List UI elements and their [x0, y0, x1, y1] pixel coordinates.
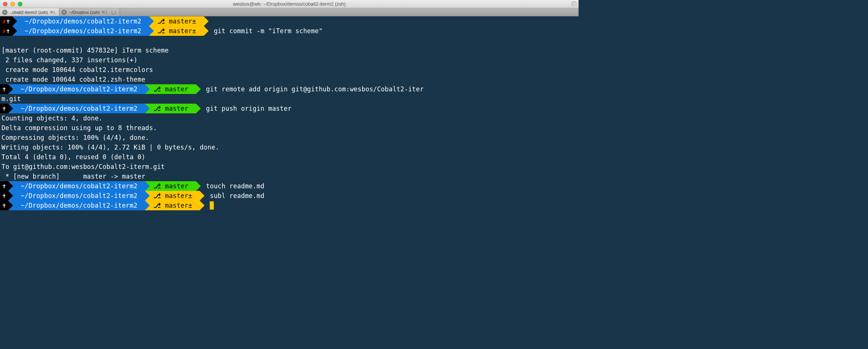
- tab-label: ~/Dropbox (zsh): [69, 10, 99, 15]
- tab-shortcut: ⌘2: [102, 10, 107, 14]
- status-segment: ✗ ✝: [0, 16, 12, 26]
- status-segment: ✝: [0, 104, 8, 113]
- branch-segment: ⎇ master: [150, 181, 196, 191]
- command-text: git remote add origin git@github.com:wes…: [201, 84, 424, 94]
- cross-icon: ✝: [2, 191, 6, 201]
- command-text: touch readme.md: [201, 181, 264, 191]
- tabbar: ✕ ..obalt2-iterm2 (zsh) ⌘1 ✕ ~/Dropbox (…: [0, 8, 579, 16]
- status-segment: ✝: [0, 84, 8, 94]
- x-icon: ✗: [2, 16, 6, 26]
- output-line: Writing objects: 100% (4/4), 2.72 KiB | …: [0, 142, 579, 152]
- output-line: [0, 36, 579, 45]
- separator-icon: [145, 191, 150, 201]
- separator-icon: [12, 26, 17, 36]
- output-line: Counting objects: 4, done.: [0, 113, 579, 123]
- cursor: [210, 201, 214, 210]
- path-segment: ~/Dropbox/demos/cobalt2-iterm2: [17, 26, 149, 36]
- branch-icon: ⎇: [153, 84, 161, 94]
- separator-icon: [200, 201, 205, 210]
- prompt-row: ✗ ✝ ~/Dropbox/demos/cobalt2-iterm2 ⎇ mas…: [0, 26, 579, 36]
- separator-icon: [204, 26, 209, 36]
- separator-icon: [145, 104, 150, 113]
- output-line: 2 files changed, 337 insertions(+): [0, 55, 579, 65]
- branch-segment: ⎇ master±: [150, 191, 200, 201]
- command-text: git push origin master: [201, 104, 292, 113]
- output-text: To git@github.com:wesbos/Cobalt2-iterm.g…: [0, 162, 165, 172]
- cross-icon: ✝: [2, 104, 6, 113]
- output-text: Counting objects: 4, done.: [0, 113, 102, 123]
- separator-icon: [145, 201, 150, 210]
- status-segment: ✝: [0, 191, 8, 201]
- output-line: m.git: [0, 94, 579, 104]
- output-text: 2 files changed, 337 insertions(+): [0, 55, 137, 65]
- prompt-row: ✝ ~/Dropbox/demos/cobalt2-iterm2 ⎇ maste…: [0, 84, 579, 94]
- path-segment: ~/Dropbox/demos/cobalt2-iterm2: [13, 181, 145, 191]
- maximize-icon[interactable]: [572, 1, 576, 6]
- branch-icon: ⎇: [158, 16, 165, 26]
- command-text: [209, 16, 214, 26]
- output-line: To git@github.com:wesbos/Cobalt2-iterm.g…: [0, 162, 579, 172]
- separator-icon: [145, 84, 150, 94]
- tab-close-icon[interactable]: ✕: [2, 10, 7, 15]
- path-segment: ~/Dropbox/demos/cobalt2-iterm2: [13, 201, 145, 210]
- titlebar: wesbos@wb: ~/Dropbox/demos/cobalt2-iterm…: [0, 0, 579, 8]
- status-segment: ✝: [0, 201, 8, 210]
- path-segment: ~/Dropbox/demos/cobalt2-iterm2: [13, 191, 145, 201]
- separator-icon: [12, 16, 17, 26]
- path-segment: ~/Dropbox/demos/cobalt2-iterm2: [17, 16, 149, 26]
- x-icon: ✗: [2, 26, 6, 36]
- tab-close-icon[interactable]: ✕: [61, 10, 67, 15]
- output-text: Writing objects: 100% (4/4), 2.72 KiB | …: [0, 142, 219, 152]
- output-text: [master (root-commit) 457832e] iTerm sch…: [0, 45, 169, 55]
- tab-1[interactable]: ✕ ..obalt2-iterm2 (zsh) ⌘1: [0, 8, 59, 16]
- branch-icon: ⎇: [158, 26, 165, 36]
- terminal-output[interactable]: ✗ ✝ ~/Dropbox/demos/cobalt2-iterm2 ⎇ mas…: [0, 16, 579, 210]
- separator-icon: [8, 84, 13, 94]
- prompt-row: ✗ ✝ ~/Dropbox/demos/cobalt2-iterm2 ⎇ mas…: [0, 16, 579, 26]
- branch-segment: ⎇ master: [150, 84, 196, 94]
- output-line: create mode 100644 cobalt2.itermcolors: [0, 65, 579, 75]
- separator-icon: [196, 181, 201, 191]
- separator-icon: [196, 104, 201, 113]
- cross-icon: ✝: [6, 26, 10, 36]
- path-segment: ~/Dropbox/demos/cobalt2-iterm2: [13, 84, 145, 94]
- separator-icon: [8, 104, 13, 113]
- output-line: Delta compression using up to 8 threads.: [0, 123, 579, 133]
- command-text: subl readme.md: [205, 191, 264, 201]
- output-text: * [new branch] master -> master: [0, 172, 145, 181]
- tab-shortcut: ⌘1: [50, 10, 55, 14]
- path-segment: ~/Dropbox/demos/cobalt2-iterm2: [13, 104, 145, 113]
- cross-icon: ✝: [2, 181, 6, 191]
- window-title: wesbos@wb: ~/Dropbox/demos/cobalt2-iterm…: [0, 1, 579, 7]
- output-line: * [new branch] master -> master: [0, 172, 579, 181]
- branch-icon: ⎇: [153, 104, 161, 113]
- cross-icon: ✝: [2, 84, 6, 94]
- separator-icon: [200, 191, 205, 201]
- branch-segment: ⎇ master±: [154, 16, 204, 26]
- output-text: Total 4 (delta 0), reused 0 (delta 0): [0, 152, 145, 162]
- prompt-row: ✝ ~/Dropbox/demos/cobalt2-iterm2 ⎇ maste…: [0, 181, 579, 191]
- branch-segment: ⎇ master±: [154, 26, 204, 36]
- tab-2[interactable]: ✕ ~/Dropbox (zsh) ⌘2: [59, 8, 120, 16]
- prompt-row: ✝ ~/Dropbox/demos/cobalt2-iterm2 ⎇ maste…: [0, 191, 579, 201]
- separator-icon: [149, 16, 154, 26]
- separator-icon: [204, 16, 209, 26]
- separator-icon: [149, 26, 154, 36]
- status-segment: ✝: [0, 181, 8, 191]
- output-text: m.git: [0, 94, 21, 104]
- output-text: Delta compression using up to 8 threads.: [0, 123, 157, 133]
- spinner-icon: [111, 10, 116, 15]
- output-text: create mode 100644 cobalt2.zsh-theme: [0, 75, 145, 84]
- cross-icon: ✝: [2, 201, 6, 210]
- separator-icon: [8, 201, 13, 210]
- branch-icon: ⎇: [153, 201, 161, 210]
- prompt-row: ✝ ~/Dropbox/demos/cobalt2-iterm2 ⎇ maste…: [0, 201, 579, 210]
- branch-icon: ⎇: [153, 181, 161, 191]
- command-text: git commit -m "iTerm scheme": [209, 26, 323, 36]
- output-line: Total 4 (delta 0), reused 0 (delta 0): [0, 152, 579, 162]
- prompt-row: ✝ ~/Dropbox/demos/cobalt2-iterm2 ⎇ maste…: [0, 104, 579, 113]
- output-text: Compressing objects: 100% (4/4), done.: [0, 133, 149, 142]
- separator-icon: [8, 181, 13, 191]
- status-segment: ✗ ✝: [0, 26, 12, 36]
- output-line: Compressing objects: 100% (4/4), done.: [0, 133, 579, 142]
